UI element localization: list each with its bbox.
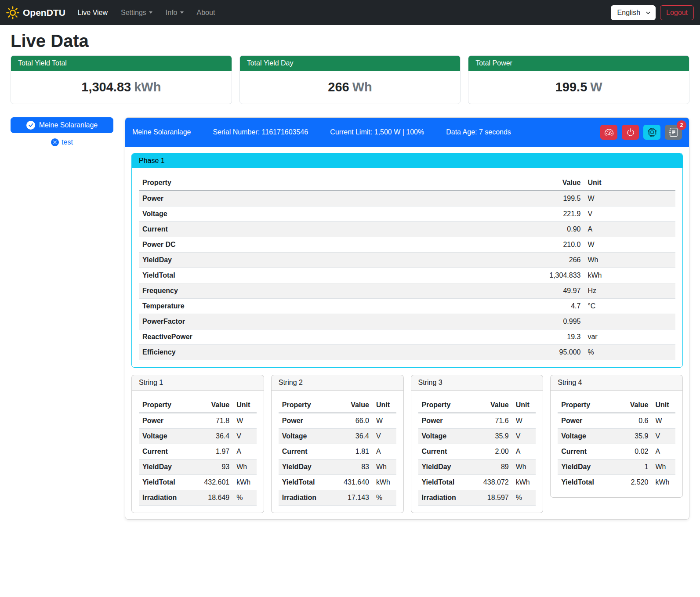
property-value: 18.649 xyxy=(196,490,233,506)
property-value: 49.97 xyxy=(515,283,584,299)
property-value: 4.7 xyxy=(515,299,584,314)
phase-table-container: PropertyValueUnitPower199.5WVoltage221.9… xyxy=(132,168,682,367)
property-name: YieldDay xyxy=(558,460,614,475)
data-age: Data Age: 7 seconds xyxy=(446,128,511,136)
property-unit: °C xyxy=(584,299,675,314)
table-row: YieldDay83Wh xyxy=(279,460,396,475)
journal-icon xyxy=(669,128,678,137)
property-value: 89 xyxy=(475,460,512,475)
nav-item-about[interactable]: About xyxy=(197,9,215,17)
gauge-icon xyxy=(605,128,613,137)
property-value: 35.9 xyxy=(614,429,652,444)
nav-item-settings[interactable]: Settings xyxy=(121,9,152,17)
string-title: String 1 xyxy=(132,375,264,391)
nav-item-info[interactable]: Info xyxy=(166,9,184,17)
table-row: YieldDay89Wh xyxy=(418,460,536,475)
table-row: Current2.00A xyxy=(418,444,536,460)
property-value: 0.995 xyxy=(515,314,584,329)
property-value: 0.6 xyxy=(614,413,652,429)
card-title: Total Yield Total xyxy=(11,56,232,71)
table-row: YieldTotal438.072kWh xyxy=(418,475,536,490)
property-name: YieldTotal xyxy=(139,268,515,283)
property-unit: var xyxy=(584,329,675,345)
property-unit xyxy=(584,314,675,329)
table-row: ReactivePower19.3var xyxy=(139,329,675,345)
table-row: Voltage36.4V xyxy=(279,429,396,444)
property-unit: Wh xyxy=(233,460,257,475)
property-name: YieldTotal xyxy=(418,475,475,490)
string-card: String 2 PropertyValueUnitPower66.0WVolt… xyxy=(271,375,404,513)
property-name: Voltage xyxy=(558,429,614,444)
limit-settings-button[interactable] xyxy=(600,125,617,140)
property-name: Irradiation xyxy=(139,490,196,506)
property-unit: W xyxy=(233,413,257,429)
event-log-button[interactable]: 2 xyxy=(665,125,682,140)
strings-row: String 1 PropertyValueUnitPower71.8WVolt… xyxy=(131,375,683,513)
property-value: 66.0 xyxy=(335,413,373,429)
property-name: Current xyxy=(139,222,515,237)
property-name: Power xyxy=(279,413,335,429)
property-name: Current xyxy=(279,444,335,460)
string-table-container: PropertyValueUnitPower0.6WVoltage35.9VCu… xyxy=(551,391,682,497)
property-name: YieldDay xyxy=(139,253,515,268)
device-info-button[interactable] xyxy=(643,125,660,140)
property-unit: Wh xyxy=(584,253,675,268)
serial-number: Serial Number: 116171603546 xyxy=(213,128,308,136)
property-value: 199.5 xyxy=(515,191,584,206)
nav-item-live-view[interactable]: Live View xyxy=(78,9,108,17)
column-header: Unit xyxy=(652,398,675,413)
property-name: Power xyxy=(139,413,196,429)
property-name: YieldDay xyxy=(279,460,335,475)
property-name: Current xyxy=(139,444,196,460)
property-value: 71.8 xyxy=(196,413,233,429)
property-unit: A xyxy=(512,444,536,460)
property-name: Power xyxy=(139,191,515,206)
string-card: String 1 PropertyValueUnitPower71.8WVolt… xyxy=(131,375,264,513)
chevron-down-icon xyxy=(149,11,152,14)
property-name: Current xyxy=(558,444,614,460)
table-row: Power199.5W xyxy=(139,191,675,206)
property-name: Voltage xyxy=(418,429,475,444)
string-title: String 3 xyxy=(411,375,543,391)
property-unit: V xyxy=(233,429,257,444)
property-value: 1.97 xyxy=(196,444,233,460)
table-row: Temperature4.7°C xyxy=(139,299,675,314)
property-unit: Wh xyxy=(373,460,396,475)
current-limit: Current Limit: 1,500 W | 100% xyxy=(330,128,424,136)
property-name: Efficiency xyxy=(139,345,515,360)
property-unit: W xyxy=(584,237,675,253)
total-yield-day-card: Total Yield Day 266Wh xyxy=(239,55,461,104)
property-value: 438.072 xyxy=(475,475,512,490)
property-unit: % xyxy=(373,490,396,506)
table-row: Power66.0W xyxy=(279,413,396,429)
table-row: Voltage221.9V xyxy=(139,206,675,222)
event-count-badge: 2 xyxy=(677,120,686,130)
property-unit: V xyxy=(512,429,536,444)
property-table: PropertyValueUnitPower71.6WVoltage35.9VC… xyxy=(418,398,536,506)
property-value: 1,304.833 xyxy=(515,268,584,283)
nav-links: Live View Settings Info About xyxy=(78,9,215,17)
property-name: YieldDay xyxy=(139,460,196,475)
card-title: Total Power xyxy=(468,56,689,71)
property-name: PowerFactor xyxy=(139,314,515,329)
property-name: Voltage xyxy=(139,206,515,222)
language-select[interactable]: English xyxy=(611,5,656,20)
property-value: 93 xyxy=(196,460,233,475)
phase-title: Phase 1 xyxy=(132,153,682,168)
column-header: Value xyxy=(515,175,584,191)
power-button[interactable] xyxy=(622,125,639,140)
inverter-panel-header: Meine Solaranlage Serial Number: 1161716… xyxy=(125,118,689,147)
table-row: Power0.6W xyxy=(558,413,675,429)
inverter-test-link[interactable]: test xyxy=(11,138,113,146)
property-value: 17.143 xyxy=(335,490,373,506)
column-header: Property xyxy=(139,398,196,413)
property-name: Irradiation xyxy=(279,490,335,506)
logout-button[interactable]: Logout xyxy=(660,5,694,20)
app-brand[interactable]: OpenDTU xyxy=(6,6,65,19)
table-row: YieldDay1Wh xyxy=(558,460,675,475)
property-value: 18.597 xyxy=(475,490,512,506)
property-name: YieldTotal xyxy=(558,475,614,490)
table-row: PowerFactor0.995 xyxy=(139,314,675,329)
navbar-right: English Logout xyxy=(611,5,694,20)
inverter-select-button[interactable]: Meine Solaranlage xyxy=(11,117,113,133)
